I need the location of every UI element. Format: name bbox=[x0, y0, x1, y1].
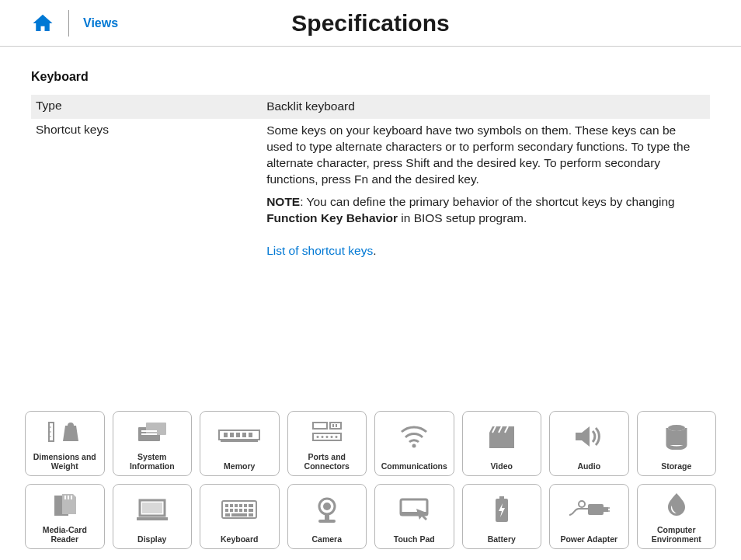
svg-rect-11 bbox=[236, 433, 240, 437]
nav-ports-connectors[interactable]: Ports and Connectors bbox=[287, 411, 367, 476]
nav-label: Touch Pad bbox=[391, 534, 438, 544]
svg-rect-15 bbox=[313, 423, 327, 429]
svg-rect-57 bbox=[249, 513, 253, 517]
ports-icon bbox=[310, 420, 344, 443]
camera-icon bbox=[314, 496, 340, 523]
nav-grid: Dimensions and Weight System Information… bbox=[25, 411, 716, 549]
nav-label: Camera bbox=[308, 534, 345, 544]
nav-label: System Information bbox=[113, 452, 192, 471]
table-row: Type Backlit keyboard bbox=[31, 95, 710, 119]
svg-point-21 bbox=[321, 436, 323, 438]
svg-rect-12 bbox=[242, 433, 246, 437]
nav-label: Storage bbox=[658, 461, 694, 471]
nav-power-adapter[interactable]: Power Adapter bbox=[549, 484, 629, 549]
nav-video[interactable]: Video bbox=[462, 411, 542, 476]
svg-rect-9 bbox=[224, 433, 228, 437]
nav-media-card-reader[interactable]: Media-Card Reader bbox=[25, 484, 105, 549]
media-card-icon bbox=[50, 492, 79, 517]
nav-memory[interactable]: Memory bbox=[200, 411, 280, 476]
content-area: Keyboard Type Backlit keyboard Shortcut … bbox=[0, 47, 741, 263]
svg-rect-36 bbox=[64, 496, 66, 499]
nav-system-information[interactable]: System Information bbox=[113, 411, 193, 476]
nav-label: Display bbox=[134, 534, 169, 544]
svg-rect-14 bbox=[221, 440, 258, 442]
communications-icon bbox=[398, 424, 430, 449]
svg-rect-54 bbox=[249, 509, 253, 512]
section-heading: Keyboard bbox=[31, 70, 710, 84]
video-icon bbox=[486, 423, 517, 450]
header: Views Specifications bbox=[0, 0, 741, 47]
svg-rect-52 bbox=[239, 509, 242, 512]
svg-rect-13 bbox=[249, 433, 252, 437]
svg-rect-26 bbox=[489, 433, 514, 448]
svg-point-25 bbox=[412, 443, 416, 447]
svg-rect-45 bbox=[235, 504, 238, 507]
svg-point-35 bbox=[668, 425, 685, 431]
power-adapter-icon bbox=[568, 499, 610, 520]
svg-point-24 bbox=[335, 436, 337, 438]
battery-icon bbox=[493, 496, 510, 523]
svg-rect-50 bbox=[230, 509, 233, 512]
svg-rect-47 bbox=[244, 504, 247, 507]
row-label: Type bbox=[31, 95, 262, 119]
note-text: : You can define the primary behavior of… bbox=[300, 195, 675, 208]
svg-rect-40 bbox=[142, 503, 162, 513]
svg-rect-49 bbox=[225, 509, 228, 512]
home-icon[interactable] bbox=[31, 12, 54, 35]
svg-rect-41 bbox=[137, 517, 168, 520]
storage-icon bbox=[665, 423, 688, 450]
environment-icon bbox=[665, 492, 688, 518]
memory-icon bbox=[217, 429, 261, 444]
svg-rect-67 bbox=[588, 504, 604, 515]
nav-label: Keyboard bbox=[217, 534, 261, 544]
audio-icon bbox=[572, 423, 605, 450]
nav-camera[interactable]: Camera bbox=[287, 484, 367, 549]
svg-rect-61 bbox=[318, 520, 336, 523]
touchpad-icon bbox=[398, 496, 430, 523]
shortcut-keys-link[interactable]: List of shortcut keys bbox=[266, 244, 373, 257]
header-divider bbox=[68, 10, 69, 37]
nav-label: Memory bbox=[221, 461, 258, 471]
svg-rect-38 bbox=[71, 496, 72, 499]
svg-point-22 bbox=[325, 436, 328, 438]
note-bold: Function Key Behavior bbox=[266, 211, 398, 224]
nav-label: Dimensions and Weight bbox=[26, 452, 104, 471]
svg-rect-6 bbox=[141, 430, 157, 432]
svg-rect-17 bbox=[332, 424, 334, 427]
nav-label: Battery bbox=[485, 534, 519, 544]
nav-battery[interactable]: Battery bbox=[462, 484, 542, 549]
page-title: Specifications bbox=[291, 10, 449, 37]
nav-dimensions-weight[interactable]: Dimensions and Weight bbox=[25, 411, 105, 476]
nav-label: Power Adapter bbox=[557, 534, 621, 544]
svg-rect-48 bbox=[249, 504, 253, 507]
row-label: Shortcut keys bbox=[31, 119, 262, 263]
svg-rect-55 bbox=[225, 513, 230, 517]
shortcut-description: Some keys on your keyboard have two symb… bbox=[266, 123, 690, 186]
nav-computer-environment[interactable]: Computer Environment bbox=[637, 484, 717, 549]
nav-keyboard[interactable]: Keyboard bbox=[200, 484, 280, 549]
svg-point-59 bbox=[323, 503, 331, 510]
views-link[interactable]: Views bbox=[83, 16, 118, 30]
nav-label: Ports and Connectors bbox=[288, 452, 367, 471]
display-icon bbox=[135, 497, 169, 522]
nav-display[interactable]: Display bbox=[113, 484, 193, 549]
note-label: NOTE bbox=[266, 195, 300, 208]
svg-rect-7 bbox=[141, 433, 157, 435]
dimensions-weight-icon bbox=[46, 419, 83, 444]
table-row: Shortcut keys Some keys on your keyboard… bbox=[31, 119, 710, 263]
nav-communications[interactable]: Communications bbox=[374, 411, 454, 476]
svg-rect-46 bbox=[239, 504, 242, 507]
svg-rect-44 bbox=[230, 504, 233, 507]
svg-rect-60 bbox=[325, 514, 329, 520]
spec-table: Type Backlit keyboard Shortcut keys Some… bbox=[31, 95, 710, 263]
nav-touch-pad[interactable]: Touch Pad bbox=[374, 484, 454, 549]
nav-storage[interactable]: Storage bbox=[637, 411, 717, 476]
note-tail: in BIOS setup program. bbox=[398, 211, 527, 224]
nav-audio[interactable]: Audio bbox=[549, 411, 629, 476]
system-info-icon bbox=[135, 419, 169, 444]
link-period: . bbox=[373, 244, 376, 257]
keyboard-icon bbox=[221, 499, 258, 520]
row-value: Some keys on your keyboard have two symb… bbox=[262, 119, 710, 263]
svg-rect-51 bbox=[235, 509, 238, 512]
svg-rect-5 bbox=[146, 423, 166, 435]
